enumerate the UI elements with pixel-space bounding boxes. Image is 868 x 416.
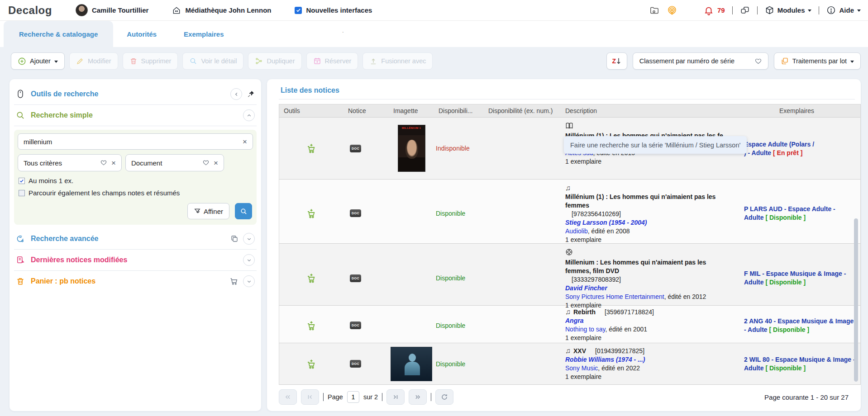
publisher-link[interactable]: Sony Pictures Home Entertainment <box>565 293 664 300</box>
first-page-button[interactable] <box>279 389 297 405</box>
page-number-input[interactable] <box>347 391 359 403</box>
section-panier[interactable]: Panier : pb notices <box>13 272 258 291</box>
modules-menu[interactable]: Modules <box>765 5 812 15</box>
isbn: [9782356410269] <box>565 210 733 218</box>
pin-icon[interactable] <box>247 90 255 98</box>
pagination-bar: Page sur 2 Page courante 1 - 20 sur 27 <box>279 389 855 405</box>
heart-icon[interactable] <box>755 58 762 65</box>
new-interfaces-toggle[interactable]: Nouvelles interfaces <box>295 6 372 14</box>
modules-label: Modules <box>777 6 805 14</box>
notice-title[interactable]: Millenium : Les hommes qui n'aimaient pa… <box>565 258 733 275</box>
add-to-cart-icon[interactable] <box>306 208 317 219</box>
edited-text: , édité en 2012 <box>664 293 706 300</box>
exemplaire-status: [ Disponible ] <box>765 279 806 286</box>
add-to-cart-icon[interactable] <box>306 143 317 154</box>
clear-search-icon[interactable]: × <box>243 138 247 146</box>
recherche-avancee-title: Recherche avancée <box>31 235 98 243</box>
checkbox1-label: Au moins 1 ex. <box>29 177 73 184</box>
previous-page-button[interactable] <box>301 389 319 405</box>
search-input[interactable] <box>24 138 243 146</box>
sidebar-header-outils[interactable]: Outils de recherche <box>13 85 258 104</box>
user-avatar <box>76 4 88 16</box>
section-dernieres-notices[interactable]: Dernières notices modifiées <box>13 251 258 269</box>
sort-button[interactable]: Z <box>606 52 627 70</box>
funnel-icon <box>194 208 201 215</box>
fusionner-button[interactable]: Fusionner avec <box>362 52 433 70</box>
section-recherche-avancee[interactable]: Recherche avancée <box>13 229 258 248</box>
checkbox-unchecked-icon[interactable] <box>19 190 25 196</box>
section-recherche-simple[interactable]: Recherche simple <box>13 106 258 125</box>
exemplaire-status: [ Disponible ] <box>765 364 806 372</box>
author-link[interactable]: Stieg Larsson (1954 - 2004) <box>565 219 647 226</box>
expand-section-button[interactable] <box>243 275 255 287</box>
modifier-button[interactable]: Modifier <box>69 52 118 70</box>
availability-status: Disponible <box>436 322 465 329</box>
checkbox-au-moins-1ex[interactable]: Au moins 1 ex. <box>19 177 252 184</box>
ajouter-button[interactable]: Ajouter <box>11 52 65 70</box>
tab-recherche-catalogage[interactable]: Recherche & catalogage <box>4 21 113 47</box>
expand-section-button[interactable] <box>243 233 255 245</box>
basket-trash-icon <box>16 277 25 286</box>
copy-icon[interactable] <box>230 235 238 243</box>
tab-exemplaires[interactable]: Exemplaires <box>170 21 237 47</box>
add-to-cart-icon[interactable] <box>306 320 317 331</box>
vertical-scrollbar-thumb[interactable] <box>854 218 858 382</box>
refresh-button[interactable] <box>435 389 453 405</box>
criteria-dropdown[interactable]: Tous critères × <box>18 154 122 171</box>
link-chain-icon[interactable] <box>740 5 750 15</box>
list-title: Liste des notices <box>281 86 855 95</box>
notification-count[interactable]: 79 <box>717 6 725 14</box>
isbn: [3333297808392] <box>565 275 733 284</box>
last-page-button[interactable] <box>409 389 427 405</box>
clear-criteria-icon[interactable]: × <box>111 159 116 167</box>
voir-detail-button[interactable]: Voir le détail <box>182 52 243 70</box>
collapse-panel-button[interactable] <box>230 88 242 100</box>
publisher-link[interactable]: Nothing to say <box>565 326 605 333</box>
cover-statue-art <box>405 362 420 375</box>
ajouter-label: Ajouter <box>30 57 51 65</box>
cart-icon[interactable] <box>229 277 238 286</box>
clear-doctype-icon[interactable]: × <box>214 159 218 167</box>
expand-section-button[interactable] <box>243 254 255 266</box>
collapse-section-button[interactable] <box>243 109 255 121</box>
author-link[interactable]: Robbie Williams (1974 - ...) <box>565 356 645 363</box>
divider <box>279 99 855 99</box>
author-link[interactable]: Angra <box>565 317 583 324</box>
user-name: Camille Tourtillier <box>92 6 149 14</box>
divider <box>14 104 257 105</box>
notice-title[interactable]: Rebirth <box>573 308 596 317</box>
separator <box>431 393 431 401</box>
notifications-bell-icon[interactable] <box>704 5 714 15</box>
copies-count: 1 exemplaire <box>565 157 733 166</box>
add-to-cart-icon[interactable] <box>306 359 317 369</box>
checkbox-parcourir-notes[interactable]: Parcourir également les champs notes et … <box>19 189 252 197</box>
tab-strip: Recherche & catalogage Autorités Exempla… <box>0 21 868 47</box>
dupliquer-button[interactable]: Dupliquer <box>248 52 301 70</box>
author-link[interactable]: David Fincher <box>565 284 607 292</box>
broadcast-icon[interactable] <box>667 5 677 16</box>
checkbox-checked-icon[interactable] <box>19 178 25 184</box>
notice-title[interactable]: XXV <box>573 347 586 355</box>
doctype-dropdown[interactable]: Document × <box>125 154 224 171</box>
folder-icon[interactable] <box>649 5 659 15</box>
traitements-button[interactable]: Traitements par lot <box>774 52 861 70</box>
classement-dropdown[interactable]: Classement par numéro de série <box>633 52 768 70</box>
isbn: [0194399217825] <box>595 347 644 355</box>
checkbox-checked-icon[interactable] <box>295 7 302 14</box>
heart-icon[interactable] <box>100 160 107 166</box>
aide-menu[interactable]: Aide <box>826 5 861 15</box>
col-exemplaires: Exemplaires <box>739 107 860 114</box>
publisher-link[interactable]: Audiolib <box>565 227 588 235</box>
affiner-button[interactable]: Affiner <box>187 203 229 219</box>
search-submit-button[interactable] <box>235 203 252 219</box>
add-to-cart-icon[interactable] <box>306 273 317 284</box>
notice-title[interactable]: Millénium (1) : Les hommes qui n'aimaien… <box>565 193 733 210</box>
reserver-button[interactable]: Réserver <box>306 52 358 70</box>
publisher-link[interactable]: Sony Music <box>565 364 598 372</box>
supprimer-button[interactable]: Supprimer <box>123 52 178 70</box>
next-page-button[interactable] <box>386 389 405 405</box>
heart-icon[interactable] <box>203 160 209 166</box>
cover-title-text: MILLÉNIUM 1 <box>398 127 425 129</box>
exemplaire-status: [ Disponible ] <box>769 326 809 333</box>
tab-autorites[interactable]: Autorités <box>113 21 170 47</box>
